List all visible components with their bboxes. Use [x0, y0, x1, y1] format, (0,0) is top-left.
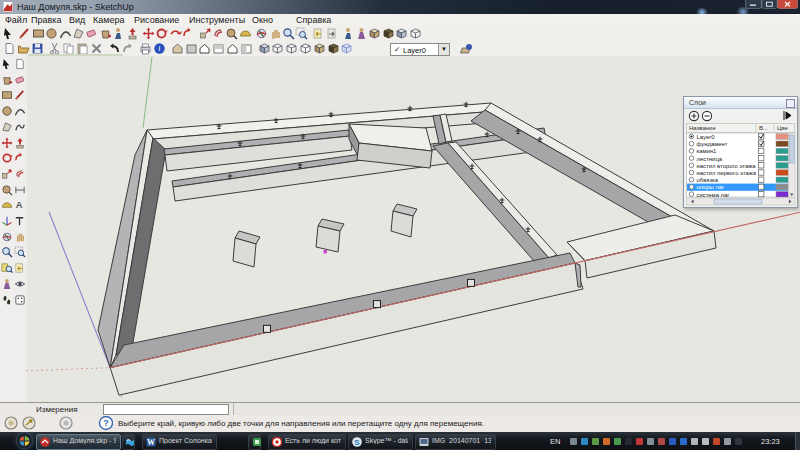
- svg-text:W: W: [147, 438, 155, 447]
- svg-text:опоры лаг: опоры лаг: [697, 184, 725, 190]
- svg-text:S: S: [354, 438, 360, 447]
- svg-text:камин1: камин1: [697, 148, 717, 154]
- svg-text:обвязка: обвязка: [697, 177, 719, 183]
- svg-text:лестница: лестница: [697, 156, 723, 162]
- svg-text:?: ?: [103, 418, 109, 428]
- svg-text:настил первого этажа: настил первого этажа: [697, 170, 757, 176]
- svg-text:В...: В...: [759, 125, 768, 131]
- svg-text:система лаг: система лаг: [697, 192, 730, 198]
- svg-text:настил второго этажа: настил второго этажа: [697, 163, 757, 169]
- svg-text:фундамент: фундамент: [697, 141, 728, 147]
- svg-text:Название: Название: [689, 125, 716, 131]
- svg-text:Цве: Цве: [777, 125, 789, 131]
- svg-text:Layer0: Layer0: [697, 134, 716, 140]
